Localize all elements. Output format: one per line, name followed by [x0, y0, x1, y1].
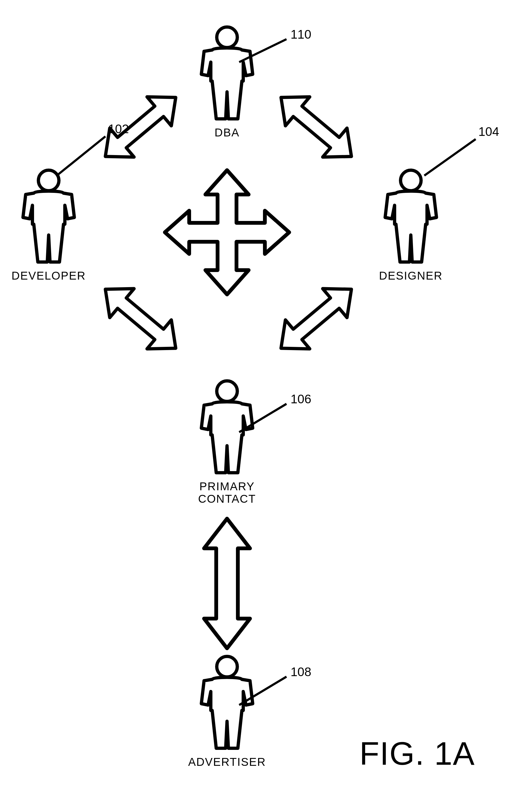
- actor-primary-label: PRIMARY CONTACT: [181, 480, 273, 505]
- svg-line-9: [239, 677, 286, 705]
- leader-line: [421, 135, 484, 178]
- actor-developer: DEVELOPER: [5, 168, 92, 282]
- figure-label: FIG. 1A: [359, 735, 475, 772]
- svg-line-1: [239, 39, 286, 62]
- person-icon: [380, 168, 442, 267]
- ref-110: 110: [290, 27, 311, 42]
- person-icon: [17, 168, 80, 267]
- svg-point-6: [217, 381, 237, 402]
- actor-designer-label: DESIGNER: [370, 270, 452, 282]
- actor-advertiser-label: ADVERTISER: [184, 756, 270, 768]
- svg-point-0: [217, 27, 237, 47]
- ref-108: 108: [290, 665, 311, 679]
- svg-line-7: [239, 404, 286, 432]
- svg-point-4: [401, 170, 421, 191]
- actor-developer-label: DEVELOPER: [5, 270, 92, 282]
- svg-line-5: [424, 139, 476, 176]
- svg-point-8: [217, 656, 237, 677]
- ref-106: 106: [290, 392, 311, 406]
- diagram-page: DBA 110 DEVELOPER 102 DESIGNER 104: [0, 0, 530, 812]
- actor-designer: DESIGNER: [370, 168, 452, 282]
- leader-line: [235, 35, 297, 68]
- leader-line: [235, 400, 297, 438]
- actor-dba-label: DBA: [186, 127, 268, 139]
- double-arrow-vertical-icon: [200, 516, 254, 651]
- actor-advertiser: ADVERTISER: [184, 654, 270, 768]
- double-arrow-icon: [265, 79, 368, 175]
- ref-104: 104: [478, 124, 499, 139]
- actor-primary-contact: PRIMARY CONTACT: [181, 378, 273, 505]
- leader-line: [235, 672, 297, 710]
- four-way-arrow-icon: [162, 168, 292, 297]
